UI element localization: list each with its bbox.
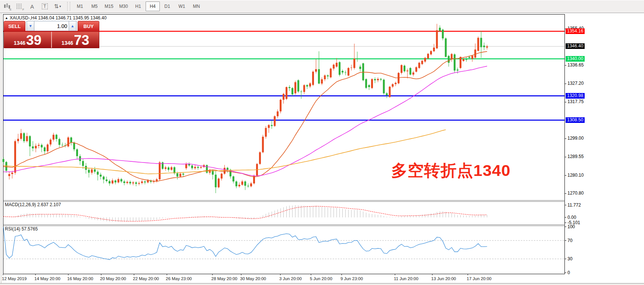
candle-body <box>445 38 447 57</box>
candle-body <box>327 75 329 77</box>
collapse-triangle-icon: ▲ <box>5 16 8 20</box>
price-level-badge: 1346.40 <box>566 43 585 49</box>
candle-body <box>206 165 208 173</box>
timeframe-m5[interactable]: M5 <box>87 1 102 11</box>
candle-body <box>383 80 385 93</box>
candle-body <box>371 79 373 88</box>
time-axis-label: 11 Jun 20:00 <box>394 276 419 281</box>
candle-body <box>250 183 252 186</box>
time-axis-label: 26 May 23:00 <box>166 276 192 281</box>
candle-body <box>182 174 184 175</box>
candle-body <box>386 93 388 95</box>
candle-body <box>70 137 72 143</box>
timeframe-h1[interactable]: H1 <box>131 1 145 11</box>
candle-body <box>439 28 441 31</box>
buy-button[interactable]: BUY <box>78 21 99 32</box>
symbol-ohlc-text: XAUUSD-,H4 1346.04 1346.71 1345.95 1346.… <box>10 15 107 21</box>
candle-body <box>100 175 102 177</box>
candle-body <box>283 94 284 100</box>
candle-body <box>159 162 161 179</box>
candle-body <box>286 87 287 99</box>
candle-body <box>221 174 223 179</box>
chart-window-icon[interactable]: E <box>1 1 13 11</box>
timeframe-d1[interactable]: D1 <box>160 1 174 11</box>
candle-body <box>94 169 96 171</box>
chart-annotation-text: 多空转折点1340 <box>391 160 511 182</box>
candle-body <box>312 72 314 85</box>
candle-body <box>413 72 414 75</box>
candle-body <box>330 69 332 77</box>
candle-body <box>280 100 281 111</box>
candle-body <box>472 56 473 59</box>
timeframe-m30[interactable]: M30 <box>116 1 131 11</box>
candle-body <box>469 57 470 58</box>
candle-body <box>460 57 461 68</box>
text-box-icon[interactable]: T <box>39 1 51 11</box>
candle-body <box>315 69 317 72</box>
candle-body <box>448 56 449 63</box>
timeframe-m15[interactable]: M15 <box>102 1 116 11</box>
candle-body <box>362 63 364 80</box>
time-axis-label: 13 Jun 20:00 <box>431 276 456 281</box>
candle-body <box>8 174 10 176</box>
volume-input[interactable] <box>34 21 69 31</box>
candle-body <box>407 71 408 71</box>
candle-body <box>442 30 444 38</box>
candle-body <box>174 167 175 173</box>
volume-increase-button[interactable]: ▲ <box>69 21 77 31</box>
timeframe-w1[interactable]: W1 <box>175 1 189 11</box>
candle-body <box>156 179 158 181</box>
price-tick-label: 1289.55 <box>567 154 584 159</box>
time-axis-label: 17 Jun 20:00 <box>467 276 492 281</box>
candle-body <box>115 180 116 182</box>
price-tick-label: 1270.80 <box>567 190 584 196</box>
price-tick-label: 1317.75 <box>567 99 584 104</box>
time-axis-label: 28 May 20:00 <box>211 276 237 281</box>
candle-body <box>241 182 243 185</box>
candle-body <box>103 177 105 180</box>
price-level-badge: 1320.98 <box>566 93 585 99</box>
candle-body <box>466 59 467 60</box>
grid-icon[interactable]: F <box>13 1 25 11</box>
candle-body <box>345 72 346 73</box>
candle-body <box>76 149 78 156</box>
candle-body <box>227 168 228 170</box>
volume-decrease-button[interactable]: ▼ <box>27 21 34 31</box>
candle-body <box>97 172 99 175</box>
candle-body <box>430 51 432 55</box>
price-level-badge: 1308.50 <box>566 117 585 123</box>
timeframe-h4[interactable]: H4 <box>146 1 160 11</box>
buy-price-pips: 73 <box>74 34 89 47</box>
candle-body <box>483 46 485 47</box>
candle-body <box>451 54 452 59</box>
candle-body <box>404 66 405 71</box>
timeframe-m1[interactable]: M1 <box>73 1 87 11</box>
candle-body <box>44 148 46 151</box>
macd-tick-label: 11.772 <box>567 202 581 208</box>
buy-price[interactable]: 1346 73 <box>52 32 99 48</box>
candle-body <box>3 159 4 162</box>
candle-body <box>236 182 237 186</box>
price-tick-label: 1336.65 <box>567 62 584 68</box>
macd-tick-label: 0.00 <box>567 215 576 220</box>
sell-price-pips: 39 <box>26 34 41 47</box>
price-tick-label: 1280.10 <box>567 173 584 178</box>
buy-price-main: 1346 <box>62 39 73 47</box>
sell-price[interactable]: 1346 39 <box>4 32 51 48</box>
candle-body <box>26 136 28 141</box>
one-click-trade-panel: SELL ▼ ▲ BUY 1346 39 1346 73 <box>4 21 99 48</box>
timeframe-mn[interactable]: MN <box>189 1 203 11</box>
text-label-icon[interactable]: A <box>26 1 38 11</box>
drawing-tools-group: EFAT⇅▾ <box>0 1 63 11</box>
candle-body <box>59 139 60 145</box>
rsi-tick-label: 70 <box>567 238 572 243</box>
candle-body <box>106 180 108 181</box>
candle-body <box>309 83 311 86</box>
candle-body <box>368 85 370 87</box>
candle-body <box>265 128 267 137</box>
candle-body <box>144 182 146 183</box>
candle-body <box>91 169 93 173</box>
arrows-dropdown-icon[interactable]: ⇅▾ <box>52 1 63 11</box>
candle-body <box>303 85 305 92</box>
sell-button[interactable]: SELL <box>4 21 25 32</box>
